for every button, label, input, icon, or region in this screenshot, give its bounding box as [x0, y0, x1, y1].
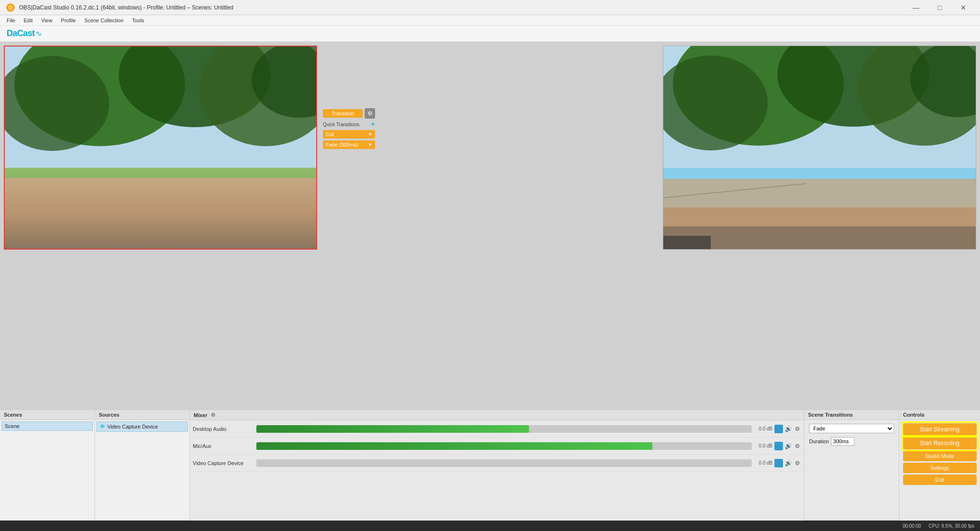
- mixer-mic-bar: [256, 442, 752, 450]
- title-bar: O OBS|DaCast Studio 0.16.2.dc.1 (64bit, …: [0, 0, 980, 15]
- scenes-panel-header: Scenes: [0, 410, 94, 420]
- transition-gear-button[interactable]: ⚙: [365, 108, 375, 119]
- transition-row: Transition ⚙: [323, 108, 375, 119]
- close-button[interactable]: ✕: [952, 0, 974, 15]
- sources-panel-header: Sources: [95, 410, 189, 420]
- mixer-row-mic: Mic/Aux 0.0 dB 🔊 ⚙: [190, 438, 804, 455]
- scene-transitions-header: Scene Transitions: [804, 410, 899, 420]
- mixer-row-desktop-audio: Desktop Audio 0.0 dB 🔊 ⚙: [190, 420, 804, 438]
- svg-line-12: [5, 184, 147, 198]
- scene-transitions-content: Fade Duration: [804, 420, 899, 520]
- transition-panel: Transition ⚙ Quick Transitions + Cut ▼ F…: [323, 108, 375, 149]
- scenes-panel: Scenes Scene + − ∧ ∨: [0, 410, 95, 531]
- menu-scene-collection[interactable]: Scene Collection: [81, 17, 128, 24]
- cut-row: Cut ▼: [323, 130, 375, 139]
- menu-file[interactable]: File: [3, 17, 19, 24]
- svg-rect-8: [5, 179, 316, 227]
- sources-panel: Sources 👁 Video Capture Device + − ⚙ ∧ ∨: [95, 410, 190, 531]
- bottom-panels: Scenes Scene + − ∧ ∨ Sources 👁 Video Cap…: [0, 410, 980, 531]
- preview-left: [4, 46, 317, 250]
- transition-button[interactable]: Transition: [323, 109, 363, 118]
- exit-button[interactable]: Exit: [903, 475, 977, 485]
- studio-mode-button[interactable]: Studio Mode: [903, 451, 977, 461]
- status-bar: 00:00:00 CPU: 9.5%, 30.00 fps: [0, 521, 980, 531]
- fade-dropdown-arrow-icon: ▼: [368, 142, 372, 147]
- sources-label: Sources: [99, 412, 119, 418]
- preview-frame-right[interactable]: [663, 46, 976, 250]
- fade-row: Fade (300ms) ▼: [323, 140, 375, 149]
- mixer-video-capture-speaker-icon[interactable]: 🔊: [784, 460, 793, 466]
- app-icon: O: [6, 3, 15, 12]
- mixer-video-capture-controls: 🔊 ⚙: [774, 459, 801, 467]
- fade-select-row: Fade: [806, 422, 897, 435]
- source-eye-icon: 👁: [100, 423, 105, 430]
- logo-bar: DaCast ∿: [0, 26, 980, 42]
- mixer-desktop-audio-gear-button[interactable]: ⚙: [794, 426, 801, 432]
- mixer-mic-controls: 🔊 ⚙: [774, 442, 801, 450]
- controls-content: Start Streaming Start Recording Studio M…: [899, 420, 980, 531]
- duration-input[interactable]: [831, 437, 855, 446]
- quick-transitions-row: Quick Transitions +: [323, 121, 375, 128]
- controls-panel: Controls Start Streaming Start Recording…: [899, 410, 980, 531]
- controls-header: Controls: [899, 410, 980, 420]
- logo-text: DaCast: [7, 28, 35, 38]
- mixer-desktop-audio-level: [256, 425, 529, 433]
- maximize-button[interactable]: □: [929, 0, 951, 15]
- mixer-mic-mute-btn[interactable]: [774, 442, 783, 450]
- svg-line-13: [100, 186, 290, 194]
- mixer-gear-button[interactable]: ⚙: [209, 412, 217, 418]
- menu-profile[interactable]: Profile: [57, 17, 79, 24]
- source-list-item[interactable]: 👁 Video Capture Device: [96, 421, 188, 432]
- preview-frame-left[interactable]: [4, 46, 317, 250]
- mixer-video-capture-gear-button[interactable]: ⚙: [794, 460, 801, 466]
- menu-edit[interactable]: Edit: [20, 17, 37, 24]
- quick-transitions-add-button[interactable]: +: [371, 121, 375, 128]
- mixer-desktop-audio-controls: 🔊 ⚙: [774, 425, 801, 433]
- fade-select[interactable]: Fade: [809, 424, 894, 433]
- mixer-mic-label: Mic/Aux: [193, 443, 254, 449]
- start-recording-button[interactable]: Start Recording: [903, 437, 977, 449]
- menu-bar: File Edit View Profile Scene Collection …: [0, 15, 980, 26]
- menu-view[interactable]: View: [38, 17, 57, 24]
- mixer-mic-level: [256, 442, 652, 450]
- svg-rect-10: [5, 227, 316, 249]
- minimize-button[interactable]: —: [905, 0, 927, 15]
- duration-row: Duration: [806, 435, 897, 447]
- mixer-desktop-audio-bar: [256, 425, 752, 433]
- mixer-video-capture-mute-btn[interactable]: [774, 459, 783, 467]
- status-cpu: CPU: 9.5%, 30.00 fps: [929, 523, 974, 529]
- mixer-desktop-audio-mute-btn[interactable]: [774, 425, 783, 433]
- svg-text:O: O: [9, 5, 12, 10]
- svg-rect-23: [663, 236, 711, 249]
- scenes-label: Scenes: [4, 412, 22, 418]
- scene-list-item[interactable]: Scene: [1, 421, 93, 431]
- preview-right: [663, 46, 976, 250]
- fade-button[interactable]: Fade (300ms) ▼: [323, 140, 375, 149]
- settings-button[interactable]: Settings: [903, 463, 977, 473]
- mixer-row-video-capture: Video Capture Device 0.0 dB 🔊 ⚙: [190, 455, 804, 472]
- controls-label: Controls: [903, 412, 924, 418]
- window-title: OBS|DaCast Studio 0.16.2.dc.1 (64bit, wi…: [19, 4, 905, 11]
- mixer-mic-gear-button[interactable]: ⚙: [794, 443, 801, 449]
- mixer-mic-speaker-icon[interactable]: 🔊: [784, 443, 793, 449]
- mixer-panel: Mixer ⚙ Desktop Audio 0.0 dB 🔊 ⚙: [190, 410, 804, 531]
- mixer-desktop-audio-label: Desktop Audio: [193, 426, 254, 432]
- scene-transitions-panel: Scene Transitions Fade Duration + − ⚙: [804, 410, 899, 531]
- mixer-panel-header: Mixer ⚙: [190, 410, 804, 420]
- mixer-video-capture-bar: [256, 459, 752, 467]
- mixer-label: Mixer: [194, 412, 207, 418]
- cut-button[interactable]: Cut ▼: [323, 130, 375, 139]
- mixer-header-row: Mixer ⚙: [194, 412, 217, 418]
- sources-panel-content: 👁 Video Capture Device: [95, 420, 189, 520]
- svg-rect-9: [5, 208, 316, 249]
- mixer-desktop-audio-db: 0.0 dB: [754, 426, 773, 431]
- main-content: Transition ⚙ Quick Transitions + Cut ▼ F…: [0, 42, 980, 531]
- status-time: 00:00:00: [903, 523, 921, 529]
- mixer-scroll-area[interactable]: Desktop Audio 0.0 dB 🔊 ⚙ Mic/Aux: [190, 420, 804, 531]
- menu-tools[interactable]: Tools: [128, 17, 148, 24]
- preview-video-left: [5, 47, 316, 249]
- mixer-desktop-audio-speaker-icon[interactable]: 🔊: [784, 426, 793, 432]
- start-streaming-button[interactable]: Start Streaming: [903, 423, 977, 436]
- mixer-video-capture-db: 0.0 dB: [754, 460, 773, 466]
- cut-dropdown-arrow-icon: ▼: [368, 132, 372, 137]
